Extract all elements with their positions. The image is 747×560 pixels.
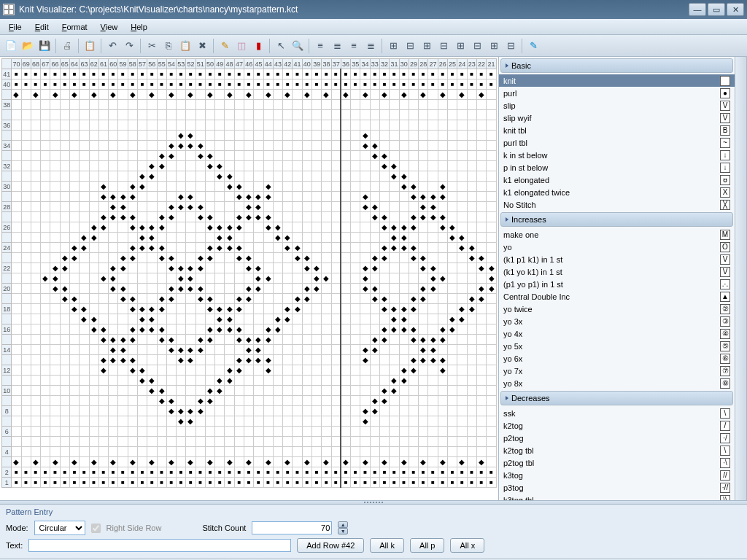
allp-button[interactable]: All p [410, 538, 444, 553]
panel-title: Pattern Entry [6, 508, 741, 516]
zoom-icon[interactable]: 🔍 [290, 38, 306, 54]
stitch-purl[interactable]: purl● [499, 87, 735, 99]
grid4-icon[interactable]: ⊟ [436, 38, 452, 54]
stitch-p3tog[interactable]: p3tog·// [499, 481, 735, 494]
stitch-(k1-p1-k1)-in-1-st[interactable]: (k1 p1 k1) in 1 stV [499, 253, 735, 265]
copy-icon[interactable]: ⎘ [160, 38, 177, 54]
stitch-knit[interactable]: knit [499, 74, 735, 87]
window-title: Knit Visualizer: C:\projects\KnitVisuali… [19, 4, 689, 15]
grid8-icon[interactable]: ⊟ [503, 38, 519, 54]
align-r-icon[interactable]: ≡ [346, 38, 362, 54]
eraser-icon[interactable]: ◫ [233, 38, 249, 54]
print-icon[interactable]: 🖨 [59, 38, 75, 54]
stitch-yo-4x[interactable]: yo 4x④ [499, 327, 735, 340]
menu-help[interactable]: Help [125, 20, 153, 34]
delete-icon[interactable]: ✖ [194, 38, 210, 54]
rightside-label: Right Side Row [107, 524, 162, 532]
stitch-make-one[interactable]: make oneM [499, 228, 735, 241]
stitch-(p1-yo-p1)-in-1-st[interactable]: (p1 yo p1) in 1 st.·. [499, 278, 735, 290]
fill-icon[interactable]: ▮ [250, 38, 266, 54]
stitch-slip-wyif[interactable]: slip wyifV [499, 112, 735, 124]
text-input[interactable] [28, 539, 291, 552]
stitch-yo-twice[interactable]: yo twice② [499, 303, 735, 315]
highlight-icon[interactable]: ✎ [525, 38, 541, 54]
stitch-(k1-yo-k1)-in-1-st[interactable]: (k1 yo k1) in 1 stV [499, 265, 735, 278]
pattern-entry-panel: Pattern Entry Mode: Circular Right Side … [0, 505, 747, 559]
allx-button[interactable]: All x [450, 538, 484, 553]
menu-file[interactable]: File [3, 20, 28, 34]
stitch-purl-tbl[interactable]: purl tbl~ [499, 136, 735, 149]
arrow-icon[interactable]: ↖ [273, 38, 289, 54]
allk-button[interactable]: All k [370, 538, 404, 553]
stitch-k1-elongated[interactable]: k1 elongatedʊ [499, 174, 735, 186]
align-l-icon[interactable]: ≡ [312, 38, 328, 54]
stitch-k1-elongated-twice[interactable]: k1 elongated twiceX [499, 186, 735, 198]
stitch-Central-Double-Inc[interactable]: Central Double Inc▲ [499, 290, 735, 303]
stitch-yo-8x[interactable]: yo 8x⑧ [499, 377, 735, 389]
toolbar: 📄📂💾🖨📋↶↷✂⎘📋✖✎◫▮↖🔍≡≣≡≣⊞⊟⊞⊟⊞⊟⊞⊟✎ [0, 35, 747, 57]
align-j-icon[interactable]: ≣ [363, 38, 379, 54]
stitch-p2tog-tbl[interactable]: p2tog tbl·\ [499, 456, 735, 469]
stitch-yo[interactable]: yoO [499, 241, 735, 253]
mode-select[interactable]: Circular [34, 521, 85, 535]
stitch-yo-6x[interactable]: yo 6x⑥ [499, 352, 735, 365]
stitch-k3tog-tbl[interactable]: k3tog tbl\\ [499, 494, 735, 500]
new-icon[interactable]: 📄 [3, 38, 19, 54]
category-increases[interactable]: Increases [500, 212, 733, 227]
mode-label: Mode: [6, 524, 28, 532]
stitch-ssk[interactable]: ssk\ [499, 407, 735, 419]
expand-icon [506, 63, 508, 68]
stitchcount-label: Stitch Count [202, 524, 246, 532]
stitch-No-Stitch[interactable]: No Stitch╳ [499, 198, 735, 211]
grid6-icon[interactable]: ⊟ [469, 38, 485, 54]
props-icon[interactable]: 📋 [82, 38, 98, 54]
expand-icon [506, 217, 508, 222]
open-icon[interactable]: 📂 [20, 38, 36, 54]
grid3-icon[interactable]: ⊞ [419, 38, 435, 54]
stitch-k2tog[interactable]: k2tog/ [499, 419, 735, 432]
stitch-p-in-st-below[interactable]: p in st below↓ [499, 161, 735, 174]
align-c-icon[interactable]: ≣ [329, 38, 345, 54]
undo-icon[interactable]: ↶ [104, 38, 120, 54]
menu-view[interactable]: View [95, 20, 124, 34]
rightside-checkbox [91, 524, 101, 533]
redo-icon[interactable]: ↷ [121, 38, 137, 54]
grid2-icon[interactable]: ⊟ [402, 38, 418, 54]
chart-pane[interactable]: 7069686766656463626160595857565554535251… [0, 57, 499, 500]
stitch-yo-5x[interactable]: yo 5x⑤ [499, 340, 735, 352]
stitchcount-up[interactable]: ▲ [338, 521, 348, 528]
maximize-button[interactable]: ▭ [708, 3, 725, 16]
grid1-icon[interactable]: ⊞ [385, 38, 401, 54]
menu-format[interactable]: Format [56, 20, 93, 34]
stitchcount-input[interactable] [252, 521, 332, 534]
save-icon[interactable]: 💾 [36, 38, 53, 54]
category-basic[interactable]: Basic [500, 58, 733, 73]
text-label: Text: [6, 541, 23, 550]
stitch-slip[interactable]: slipV [499, 99, 735, 112]
menubar: FileEditFormatViewHelp [0, 19, 747, 35]
stitch-yo-7x[interactable]: yo 7x⑦ [499, 365, 735, 377]
grid5-icon[interactable]: ⊞ [452, 38, 468, 54]
scrollbar[interactable] [735, 57, 746, 500]
paste-icon[interactable]: 📋 [177, 38, 193, 54]
stitch-k3tog[interactable]: k3tog// [499, 469, 735, 481]
stitch-p2tog[interactable]: p2tog·/ [499, 432, 735, 444]
stitch-knit-tbl[interactable]: knit tblB [499, 124, 735, 136]
stitch-yo-3x[interactable]: yo 3x③ [499, 315, 735, 327]
app-icon [3, 4, 15, 15]
stitch-k2tog-tbl[interactable]: k2tog tbl\ [499, 444, 735, 456]
stitch-k-in-st-below[interactable]: k in st below↓ [499, 149, 735, 161]
minimize-button[interactable]: — [689, 3, 706, 16]
pencil-icon[interactable]: ✎ [217, 38, 233, 54]
stitch-palette[interactable]: Basicknit purl●slipVslip wyifVknit tblBp… [499, 57, 747, 500]
close-button[interactable]: ✕ [727, 3, 744, 16]
stitchcount-down[interactable]: ▼ [338, 528, 348, 534]
grid7-icon[interactable]: ⊞ [486, 38, 502, 54]
menu-edit[interactable]: Edit [29, 20, 55, 34]
category-decreases[interactable]: Decreases [500, 391, 733, 405]
addrow-button[interactable]: Add Row #42 [297, 538, 364, 553]
expand-icon [506, 396, 508, 400]
titlebar: Knit Visualizer: C:\projects\KnitVisuali… [0, 0, 747, 19]
cut-icon[interactable]: ✂ [144, 38, 160, 54]
chart-grid[interactable]: 7069686766656463626160595857565554535251… [1, 58, 497, 488]
